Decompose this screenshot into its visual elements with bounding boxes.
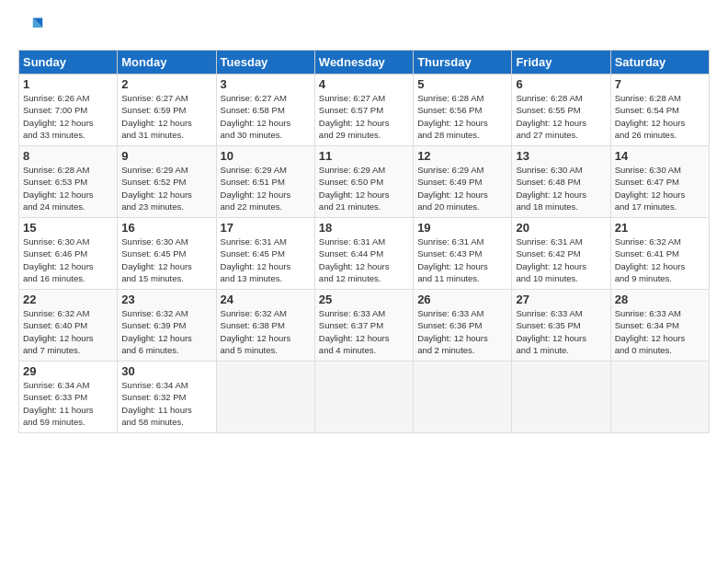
calendar-day-cell: 29Sunrise: 6:34 AMSunset: 6:33 PMDayligh… [19,362,118,433]
day-info: Sunrise: 6:27 AMSunset: 6:57 PMDaylight:… [319,92,409,141]
day-info: Sunrise: 6:26 AMSunset: 7:00 PMDaylight:… [23,92,113,141]
day-number: 9 [121,149,211,163]
calendar-week-row: 1Sunrise: 6:26 AMSunset: 7:00 PMDaylight… [19,75,710,146]
day-info: Sunrise: 6:29 AMSunset: 6:52 PMDaylight:… [121,164,211,213]
calendar-day-cell: 23Sunrise: 6:32 AMSunset: 6:39 PMDayligh… [118,290,216,362]
calendar-day-cell [216,362,314,433]
day-info: Sunrise: 6:32 AMSunset: 6:41 PMDaylight:… [615,236,705,284]
calendar-day-header: Thursday [414,51,512,75]
day-info: Sunrise: 6:28 AMSunset: 6:56 PMDaylight:… [417,92,507,141]
logo [18,15,48,40]
calendar-day-cell: 26Sunrise: 6:33 AMSunset: 6:36 PMDayligh… [414,290,512,362]
day-number: 15 [23,221,113,235]
calendar-day-cell [512,362,610,433]
day-info: Sunrise: 6:27 AMSunset: 6:59 PMDaylight:… [121,92,211,141]
calendar-day-cell: 21Sunrise: 6:32 AMSunset: 6:41 PMDayligh… [610,218,709,290]
calendar-day-cell: 17Sunrise: 6:31 AMSunset: 6:45 PMDayligh… [216,218,314,290]
day-info: Sunrise: 6:31 AMSunset: 6:42 PMDaylight:… [516,236,606,284]
calendar-day-cell: 5Sunrise: 6:28 AMSunset: 6:56 PMDaylight… [414,75,512,146]
calendar-day-header: Friday [512,51,610,75]
calendar-week-row: 15Sunrise: 6:30 AMSunset: 6:46 PMDayligh… [19,218,710,290]
calendar-day-cell: 24Sunrise: 6:32 AMSunset: 6:38 PMDayligh… [216,290,314,362]
calendar-day-cell: 9Sunrise: 6:29 AMSunset: 6:52 PMDaylight… [118,146,216,218]
day-info: Sunrise: 6:30 AMSunset: 6:48 PMDaylight:… [516,164,606,213]
day-info: Sunrise: 6:34 AMSunset: 6:32 PMDaylight:… [121,379,211,428]
calendar-day-cell: 14Sunrise: 6:30 AMSunset: 6:47 PMDayligh… [610,146,709,218]
day-info: Sunrise: 6:28 AMSunset: 6:54 PMDaylight:… [615,92,705,141]
day-info: Sunrise: 6:32 AMSunset: 6:39 PMDaylight:… [121,307,211,356]
calendar-day-cell: 3Sunrise: 6:27 AMSunset: 6:58 PMDaylight… [216,75,314,146]
day-number: 19 [417,221,507,235]
calendar-body: 1Sunrise: 6:26 AMSunset: 7:00 PMDaylight… [19,75,710,433]
day-info: Sunrise: 6:31 AMSunset: 6:45 PMDaylight:… [221,236,311,284]
day-number: 30 [121,364,211,378]
day-info: Sunrise: 6:32 AMSunset: 6:38 PMDaylight:… [221,307,311,356]
day-info: Sunrise: 6:30 AMSunset: 6:45 PMDaylight:… [121,236,211,284]
calendar-day-header: Monday [118,51,216,75]
day-info: Sunrise: 6:29 AMSunset: 6:51 PMDaylight:… [221,164,311,213]
calendar-day-cell: 30Sunrise: 6:34 AMSunset: 6:32 PMDayligh… [118,362,216,433]
day-info: Sunrise: 6:33 AMSunset: 6:35 PMDaylight:… [516,307,606,356]
day-number: 14 [615,149,705,163]
page-container: SundayMondayTuesdayWednesdayThursdayFrid… [0,0,728,442]
day-number: 17 [221,221,311,235]
calendar-day-cell: 28Sunrise: 6:33 AMSunset: 6:34 PMDayligh… [610,290,709,362]
calendar-week-row: 22Sunrise: 6:32 AMSunset: 6:40 PMDayligh… [19,290,710,362]
calendar-day-cell: 18Sunrise: 6:31 AMSunset: 6:44 PMDayligh… [314,218,413,290]
day-number: 18 [319,221,409,235]
day-number: 21 [615,221,705,235]
calendar-day-header: Wednesday [314,51,413,75]
calendar-day-cell: 8Sunrise: 6:28 AMSunset: 6:53 PMDaylight… [19,146,118,218]
day-number: 10 [221,149,311,163]
calendar-day-cell: 1Sunrise: 6:26 AMSunset: 7:00 PMDaylight… [19,75,118,146]
day-number: 2 [121,77,211,91]
day-info: Sunrise: 6:33 AMSunset: 6:37 PMDaylight:… [319,307,409,356]
day-number: 25 [319,293,409,306]
calendar-day-cell: 25Sunrise: 6:33 AMSunset: 6:37 PMDayligh… [314,290,413,362]
calendar-day-cell: 4Sunrise: 6:27 AMSunset: 6:57 PMDaylight… [314,75,413,146]
day-info: Sunrise: 6:29 AMSunset: 6:50 PMDaylight:… [319,164,409,213]
day-number: 11 [319,149,409,163]
day-number: 8 [23,149,113,163]
day-info: Sunrise: 6:31 AMSunset: 6:44 PMDaylight:… [319,236,409,284]
calendar-day-cell: 13Sunrise: 6:30 AMSunset: 6:48 PMDayligh… [512,146,610,218]
day-number: 5 [417,77,507,91]
logo-icon [18,15,44,40]
day-info: Sunrise: 6:30 AMSunset: 6:46 PMDaylight:… [23,236,113,284]
day-info: Sunrise: 6:33 AMSunset: 6:36 PMDaylight:… [417,307,507,356]
calendar-day-cell: 16Sunrise: 6:30 AMSunset: 6:45 PMDayligh… [118,218,216,290]
calendar-day-cell: 2Sunrise: 6:27 AMSunset: 6:59 PMDaylight… [118,75,216,146]
day-number: 1 [23,77,113,91]
header [18,15,710,40]
day-info: Sunrise: 6:31 AMSunset: 6:43 PMDaylight:… [417,236,507,284]
day-number: 12 [417,149,507,163]
calendar-day-cell [610,362,709,433]
day-number: 4 [319,77,409,91]
day-number: 16 [121,221,211,235]
day-info: Sunrise: 6:30 AMSunset: 6:47 PMDaylight:… [615,164,705,213]
calendar-week-row: 29Sunrise: 6:34 AMSunset: 6:33 PMDayligh… [19,362,710,433]
day-number: 28 [615,293,705,306]
calendar-day-header: Saturday [610,51,709,75]
day-number: 26 [417,293,507,306]
day-number: 13 [516,149,606,163]
day-number: 29 [23,364,113,378]
calendar-day-header: Sunday [19,51,118,75]
day-number: 27 [516,293,606,306]
calendar-day-header: Tuesday [216,51,314,75]
day-info: Sunrise: 6:28 AMSunset: 6:55 PMDaylight:… [516,92,606,141]
calendar-day-cell: 12Sunrise: 6:29 AMSunset: 6:49 PMDayligh… [414,146,512,218]
calendar-day-cell: 22Sunrise: 6:32 AMSunset: 6:40 PMDayligh… [19,290,118,362]
calendar-day-cell [414,362,512,433]
calendar-day-cell: 20Sunrise: 6:31 AMSunset: 6:42 PMDayligh… [512,218,610,290]
calendar-day-cell: 19Sunrise: 6:31 AMSunset: 6:43 PMDayligh… [414,218,512,290]
calendar-table: SundayMondayTuesdayWednesdayThursdayFrid… [18,50,710,433]
day-info: Sunrise: 6:32 AMSunset: 6:40 PMDaylight:… [23,307,113,356]
day-number: 23 [121,293,211,306]
calendar-day-cell: 27Sunrise: 6:33 AMSunset: 6:35 PMDayligh… [512,290,610,362]
day-info: Sunrise: 6:33 AMSunset: 6:34 PMDaylight:… [615,307,705,356]
day-number: 22 [23,293,113,306]
day-number: 20 [516,221,606,235]
day-number: 24 [221,293,311,306]
day-number: 3 [221,77,311,91]
